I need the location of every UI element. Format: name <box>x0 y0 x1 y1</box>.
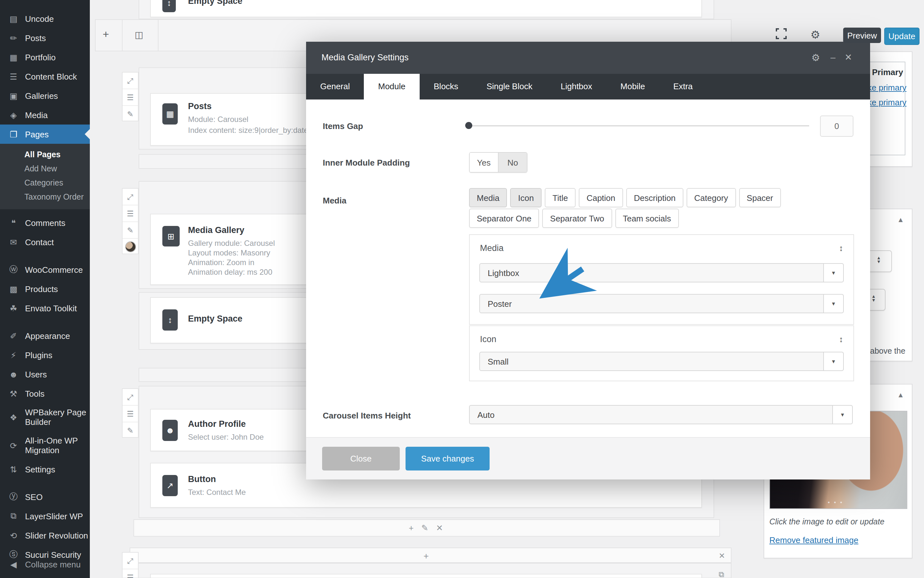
category-chip[interactable]: Category <box>687 188 736 207</box>
sidebar-item-contact[interactable]: ✉Contact <box>0 232 90 252</box>
layout-button[interactable]: ◫ <box>135 29 143 40</box>
add-section-icon[interactable]: + <box>423 551 429 561</box>
separator-two-chip[interactable]: Separator Two <box>543 209 612 228</box>
delete-section-icon[interactable]: ✕ <box>436 523 443 533</box>
row-layout-icon[interactable]: ☰ <box>123 406 138 422</box>
edit-row-icon[interactable]: ✎ <box>123 106 138 122</box>
empty-space-block-top[interactable]: ↕ Empty Space <box>150 0 702 17</box>
make-primary-link[interactable]: ke primary <box>867 83 906 93</box>
clone-section-icon[interactable]: ⧉ <box>719 570 724 578</box>
sidebar-item-slider-revolution[interactable]: ⟲Slider Revolution <box>0 526 90 545</box>
sidebar-item-layerslider[interactable]: ⧉LayerSlider WP <box>0 507 90 526</box>
toggle-no[interactable]: No <box>498 153 527 172</box>
gear-icon[interactable]: ⚙ <box>811 28 820 42</box>
sidebar-item-products[interactable]: ▩Products <box>0 279 90 299</box>
dropdown-arrow-icon: ▼ <box>832 406 852 424</box>
carousel-items-height-select[interactable]: Auto ▼ <box>469 405 853 424</box>
save-changes-button[interactable]: Save changes <box>405 447 490 471</box>
tab-lightbox[interactable]: Lightbox <box>546 74 606 99</box>
media-chip[interactable]: Media <box>469 188 507 207</box>
minimize-icon[interactable]: – <box>830 52 835 62</box>
sidebar-item-wpbakery[interactable]: ❖WPBakery Page Builder <box>0 403 90 431</box>
block-desc: Index content: size:9|order_by:date|po <box>188 126 319 135</box>
icon-size-select[interactable]: Small ▼ <box>479 352 844 371</box>
add-element-button[interactable]: + <box>103 28 109 41</box>
sidebar-item-tools[interactable]: ⚒Tools <box>0 384 90 403</box>
submenu-all-pages[interactable]: All Pages <box>0 148 90 162</box>
edit-row-icon[interactable]: ✎ <box>123 222 138 239</box>
edit-row-icon[interactable]: ✎ <box>123 422 138 438</box>
lightbox-select[interactable]: Lightbox ▼ <box>479 263 844 283</box>
row-layout-icon[interactable]: ☰ <box>123 569 138 578</box>
design-options-avatar[interactable] <box>123 239 138 255</box>
delete-section-icon[interactable]: ✕ <box>719 551 725 560</box>
block-title: Author Profile <box>188 419 246 429</box>
close-button[interactable]: Close <box>322 447 400 471</box>
update-button[interactable]: Update <box>884 28 919 45</box>
modal-tabs: General Module Blocks Single Block Light… <box>306 74 870 99</box>
collapse-panel-icon[interactable]: ▲ <box>897 216 904 223</box>
sidebar-item-content-block[interactable]: ☰Content Block <box>0 67 90 86</box>
modal-gear-icon[interactable]: ⚙ <box>811 52 820 63</box>
pin-icon: ✏ <box>8 33 19 43</box>
row-layout-icon[interactable]: ☰ <box>123 205 138 222</box>
sidebar-item-plugins[interactable]: ⚡Plugins <box>0 345 90 365</box>
featured-image-caption: Click the image to edit or update <box>769 517 885 526</box>
remove-featured-image-link[interactable]: Remove featured image <box>769 535 859 545</box>
submenu-categories[interactable]: Categories <box>0 176 90 190</box>
collapse-panel-icon[interactable]: ▲ <box>897 391 904 399</box>
description-chip[interactable]: Description <box>626 188 683 207</box>
caption-chip[interactable]: Caption <box>579 188 623 207</box>
add-element-icon[interactable]: + <box>409 523 413 533</box>
edit-section-icon[interactable]: ✎ <box>421 523 428 533</box>
tab-single-block[interactable]: Single Block <box>472 74 546 99</box>
close-icon[interactable]: ✕ <box>845 52 852 62</box>
sidebar-item-all-in-one-migration[interactable]: ⟳All-in-One WP Migration <box>0 431 90 459</box>
team-socials-chip[interactable]: Team socials <box>615 209 679 228</box>
title-chip[interactable]: Title <box>545 188 575 207</box>
toggle-yes[interactable]: Yes <box>470 153 498 172</box>
sidebar-item-portfolio[interactable]: ▦Portfolio <box>0 47 90 67</box>
tab-extra[interactable]: Extra <box>659 74 707 99</box>
sidebar-item-woocommerce[interactable]: ⓦWooCommerce <box>0 260 90 279</box>
make-primary-link[interactable]: ke primary <box>867 97 906 107</box>
sidebar-item-seo[interactable]: ⓨSEO <box>0 487 90 507</box>
products-icon: ▩ <box>8 284 19 294</box>
collapse-menu-button[interactable]: ◀Collapse menu <box>0 555 90 574</box>
separator-one-chip[interactable]: Separator One <box>469 209 539 228</box>
icon-chip[interactable]: Icon <box>511 188 541 207</box>
items-gap-label: Items Gap <box>323 121 363 131</box>
move-row-icon[interactable]: ⤢ <box>123 389 138 406</box>
preview-button[interactable]: Preview <box>843 28 881 43</box>
submenu-add-new[interactable]: Add New <box>0 162 90 176</box>
sidebar-item-envato-toolkit[interactable]: ☘Envato Toolkit <box>0 299 90 318</box>
items-gap-value[interactable]: 0 <box>820 115 853 137</box>
sidebar-item-pages[interactable]: ❐Pages <box>0 125 90 144</box>
spacer-chip[interactable]: Spacer <box>739 188 781 207</box>
tab-mobile[interactable]: Mobile <box>606 74 659 99</box>
move-row-icon[interactable]: ⤢ <box>123 73 138 89</box>
poster-select[interactable]: Poster ▼ <box>479 294 844 313</box>
sidebar-item-appearance[interactable]: ✐Appearance <box>0 326 90 345</box>
tab-blocks[interactable]: Blocks <box>420 74 473 99</box>
sidebar-item-uncode[interactable]: ▤Uncode <box>0 9 90 28</box>
sidebar-item-comments[interactable]: ❝Comments <box>0 213 90 232</box>
sidebar-item-settings[interactable]: ⇅Settings <box>0 459 90 479</box>
items-gap-slider-knob[interactable] <box>465 122 472 129</box>
sidebar-item-media[interactable]: ◈Media <box>0 105 90 125</box>
block-desc: Animation delay: ms 200 <box>188 268 272 277</box>
submenu-taxonomy-order[interactable]: Taxonomy Order <box>0 190 90 204</box>
fullscreen-icon[interactable] <box>776 28 787 39</box>
select-stepper-icon: ▲▼ <box>871 295 876 302</box>
move-row-icon[interactable]: ⤢ <box>123 553 138 569</box>
drag-handle-icon[interactable]: ↕ <box>839 243 843 253</box>
tab-module[interactable]: Module <box>364 74 420 99</box>
move-row-icon[interactable]: ⤢ <box>123 189 138 205</box>
sidebar-item-posts[interactable]: ✏Posts <box>0 28 90 47</box>
tab-general[interactable]: General <box>306 74 364 99</box>
sidebar-item-users[interactable]: ☻Users <box>0 365 90 384</box>
row-layout-icon[interactable]: ☰ <box>123 89 138 106</box>
sidebar-item-galleries[interactable]: ▣Galleries <box>0 86 90 105</box>
items-gap-slider[interactable] <box>468 125 809 127</box>
drag-handle-icon[interactable]: ↕ <box>839 334 843 344</box>
